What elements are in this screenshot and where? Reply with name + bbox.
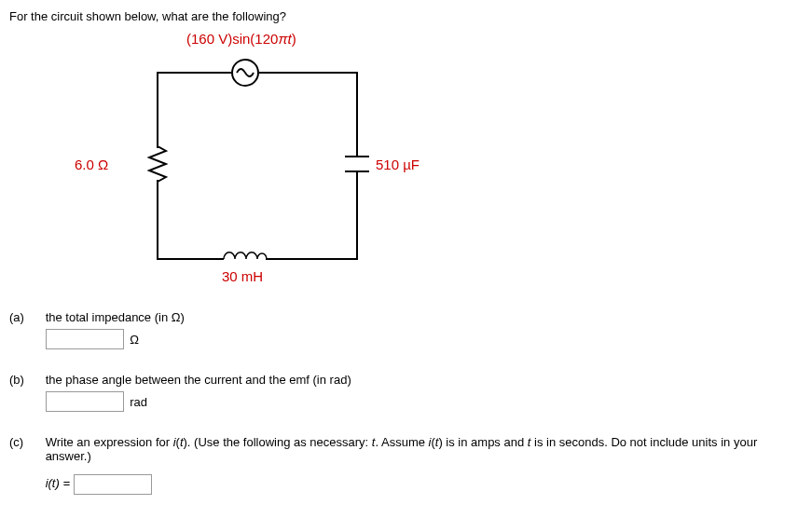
part-a-text: the total impedance (in Ω) [46, 310, 773, 324]
inductor-label: 30 mH [222, 268, 263, 284]
inductor-icon [222, 250, 268, 266]
part-b-label: (b) [9, 373, 42, 387]
part-a-input[interactable] [46, 329, 124, 349]
circuit-diagram: (160 V)sin(120πt) 6.0 Ω 510 µF 30 mH [103, 31, 475, 292]
part-b-unit: rad [130, 395, 147, 409]
part-c-text: Write an expression for i(t). (Use the f… [46, 435, 773, 463]
ac-source-icon [231, 59, 259, 87]
part-c-var: i(t) = [46, 476, 70, 490]
part-b: (b) the phase angle between the current … [9, 373, 789, 412]
question-intro: For the circuit shown below, what are th… [9, 9, 789, 23]
part-c-label: (c) [9, 435, 42, 449]
resistor-label: 6.0 Ω [75, 157, 108, 172]
part-c-input[interactable] [74, 474, 152, 495]
resistor-icon [147, 146, 168, 184]
part-a-label: (a) [9, 310, 42, 324]
capacitor-label: 510 µF [376, 157, 420, 172]
voltage-source-label: (160 V)sin(120πt) [186, 31, 296, 47]
part-a-unit: Ω [130, 333, 139, 347]
part-c: (c) Write an expression for i(t). (Use t… [9, 435, 789, 495]
part-b-input[interactable] [46, 391, 124, 412]
part-a: (a) the total impedance (in Ω) Ω [9, 310, 789, 349]
part-b-text: the phase angle between the current and … [46, 373, 773, 387]
